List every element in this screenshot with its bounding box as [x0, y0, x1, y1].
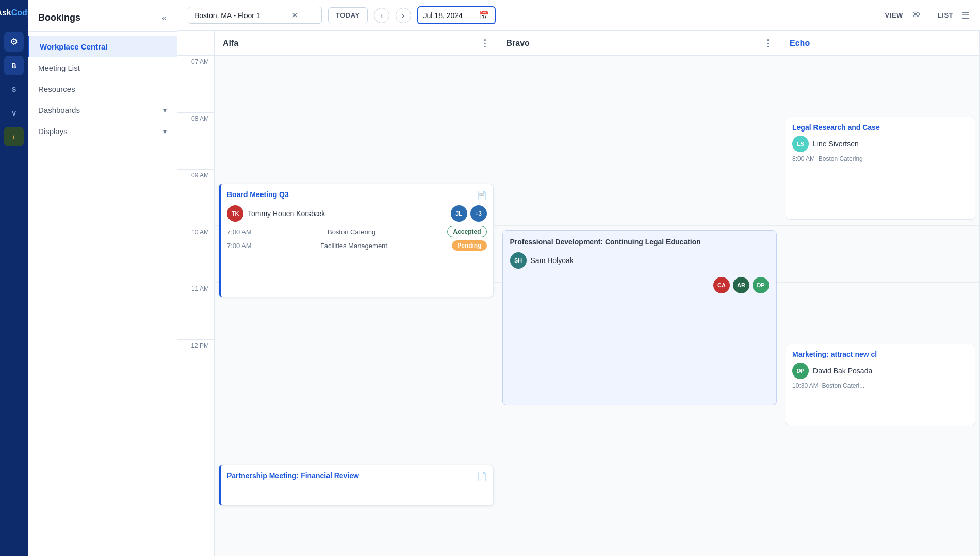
- toolbar-right: VIEW 👁 LIST ☰: [885, 9, 970, 22]
- avatar-sh: SH: [510, 252, 527, 269]
- document-icon: 📄: [477, 190, 487, 200]
- rooms-area: Alfa ⋮ Board Meeting Q3 📄: [215, 31, 980, 556]
- echo-legal-catering: 8:00 AM Boston Catering: [792, 155, 969, 162]
- time-slot-12pm: 12 PM: [177, 339, 214, 396]
- sidebar-item-resources[interactable]: Resources: [28, 78, 177, 100]
- nav-header: Bookings «: [28, 0, 177, 32]
- event-partnership-meeting[interactable]: Partnership Meeting: Financial Review 📄: [219, 465, 494, 506]
- echo-marketing-attendee-name: David Bak Posada: [813, 367, 872, 375]
- sidebar-item-displays[interactable]: Displays ▾: [28, 121, 177, 142]
- main-content: ✕ TODAY ‹ › 📅 VIEW 👁 LIST ☰ 07 AM 08 AM …: [177, 0, 980, 556]
- catering-status-pending: Pending: [452, 240, 486, 251]
- schedule-icon[interactable]: S: [4, 79, 24, 99]
- icon-sidebar: AskCody ⚙ B S V i: [0, 0, 28, 556]
- event-professional-development[interactable]: Professional Development: Continuing Leg…: [502, 230, 777, 405]
- host-name-board: Tommy Houen Korsbæk: [248, 209, 325, 218]
- event-title-marketing: Marketing: attract new cl: [792, 350, 969, 358]
- avatar-ca: CA: [713, 277, 730, 293]
- document-icon-2: 📄: [477, 471, 487, 481]
- avatar-dp: DP: [753, 277, 769, 293]
- catering-row-2: 7:00 AM Facilities Management Pending: [227, 240, 487, 251]
- location-input[interactable]: [194, 11, 287, 20]
- catering-row-1: 7:00 AM Boston Catering Accepted: [227, 226, 487, 237]
- catering-status-accepted: Accepted: [447, 226, 486, 237]
- event-title-partnership: Partnership Meeting: Financial Review 📄: [227, 471, 487, 481]
- sidebar-item-dashboards[interactable]: Dashboards ▾: [28, 100, 177, 121]
- sidebar-item-workplace-central[interactable]: Workplace Central: [28, 36, 177, 57]
- time-slot-10am: 10 AM: [177, 226, 214, 283]
- time-slot-08am: 08 AM: [177, 112, 214, 169]
- view-label: VIEW: [885, 11, 903, 19]
- catering-name-2: Facilities Management: [320, 242, 387, 250]
- alfa-more-button[interactable]: ⋮: [480, 38, 489, 49]
- prev-date-button[interactable]: ‹: [374, 8, 389, 23]
- date-input[interactable]: [423, 11, 475, 20]
- avatar-ls: LS: [792, 136, 809, 152]
- echo-room-body: Legal Research and Case LS Line Sivertse…: [781, 56, 979, 556]
- bravo-extra-avatars: CA AR DP: [510, 277, 770, 293]
- event-title-professional: Professional Development: Continuing Leg…: [510, 238, 770, 246]
- calendar-area: 07 AM 08 AM 09 AM 10 AM 11 AM 12 PM Alfa…: [177, 31, 980, 556]
- catering-time-1: 7:00 AM: [227, 228, 252, 236]
- avatar-count: +3: [470, 205, 487, 222]
- bravo-host-name: Sam Holyoak: [531, 256, 574, 265]
- event-legal-research[interactable]: Legal Research and Case LS Line Sivertse…: [786, 117, 975, 220]
- info-icon[interactable]: i: [4, 127, 24, 146]
- today-button[interactable]: TODAY: [328, 7, 368, 23]
- attendee-extras: JL +3: [451, 205, 487, 222]
- calendar-icon[interactable]: 📅: [479, 10, 489, 20]
- date-input-wrap: 📅: [417, 6, 496, 24]
- catering-name-1: Boston Catering: [328, 228, 375, 236]
- time-slot-11am: 11 AM: [177, 283, 214, 339]
- list-label: LIST: [938, 11, 953, 19]
- nav-items: Workplace Central Meeting List Resources…: [28, 32, 177, 146]
- avatar-tk: TK: [227, 205, 243, 222]
- room-column-echo: Echo Legal Research and Case LS Line Siv: [781, 31, 980, 556]
- echo-legal-attendee-name: Line Sivertsen: [813, 140, 859, 148]
- room-header-echo: Echo: [781, 31, 979, 56]
- clear-location-button[interactable]: ✕: [291, 10, 298, 20]
- echo-attendee-row-legal: LS Line Sivertsen: [792, 136, 969, 152]
- bravo-more-button[interactable]: ⋮: [763, 38, 773, 49]
- time-slot-09am: 09 AM: [177, 169, 214, 226]
- echo-attendee-row-marketing: DP David Bak Posada: [792, 363, 969, 379]
- toolbar-separator: [929, 9, 929, 22]
- echo-marketing-catering: 10:30 AM Boston Cateri...: [792, 382, 969, 389]
- time-slots: 07 AM 08 AM 09 AM 10 AM 11 AM 12 PM: [177, 56, 214, 396]
- chevron-down-icon: ▾: [163, 106, 167, 115]
- bookings-icon[interactable]: B: [4, 56, 24, 75]
- event-board-meeting-q3[interactable]: Board Meeting Q3 📄 TK Tommy Houen Korsbæ…: [219, 184, 494, 297]
- room-header-alfa: Alfa ⋮: [215, 31, 498, 56]
- room-header-bravo: Bravo ⋮: [498, 31, 781, 56]
- nav-collapse-button[interactable]: «: [162, 13, 167, 23]
- logo-ask: Ask: [0, 8, 11, 17]
- view-icon[interactable]: 👁: [911, 10, 921, 21]
- time-slot-07am: 07 AM: [177, 56, 214, 112]
- avatar-jl: JL: [451, 205, 467, 222]
- nav-sidebar: Bookings « Workplace Central Meeting Lis…: [28, 0, 177, 556]
- location-input-wrap: ✕: [188, 7, 322, 24]
- gear-icon[interactable]: ⚙: [4, 32, 24, 52]
- event-title-board-meeting: Board Meeting Q3 📄: [227, 190, 487, 200]
- next-date-button[interactable]: ›: [396, 8, 411, 23]
- sidebar-item-meeting-list[interactable]: Meeting List: [28, 57, 177, 78]
- nav-title: Bookings: [38, 12, 80, 23]
- chevron-down-icon: ▾: [163, 127, 167, 136]
- toolbar: ✕ TODAY ‹ › 📅 VIEW 👁 LIST ☰: [177, 0, 980, 31]
- avatar-ar: AR: [733, 277, 749, 293]
- time-column: 07 AM 08 AM 09 AM 10 AM 11 AM 12 PM: [177, 31, 215, 556]
- version-icon[interactable]: V: [4, 103, 24, 123]
- alfa-room-body: Board Meeting Q3 📄 TK Tommy Houen Korsbæ…: [215, 56, 498, 556]
- event-marketing[interactable]: Marketing: attract new cl DP David Bak P…: [786, 344, 975, 426]
- room-column-alfa: Alfa ⋮ Board Meeting Q3 📄: [215, 31, 498, 556]
- avatar-dp2: DP: [792, 363, 809, 379]
- list-icon[interactable]: ☰: [961, 10, 970, 21]
- bravo-room-body: Professional Development: Continuing Leg…: [498, 56, 781, 556]
- room-column-bravo: Bravo ⋮ Professional Development: Contin…: [498, 31, 782, 556]
- event-title-legal: Legal Research and Case: [792, 123, 969, 132]
- attendee-row-board: TK Tommy Houen Korsbæk JL +3: [227, 205, 487, 222]
- bravo-attendees: SH Sam Holyoak: [510, 252, 770, 269]
- catering-time-2: 7:00 AM: [227, 242, 252, 250]
